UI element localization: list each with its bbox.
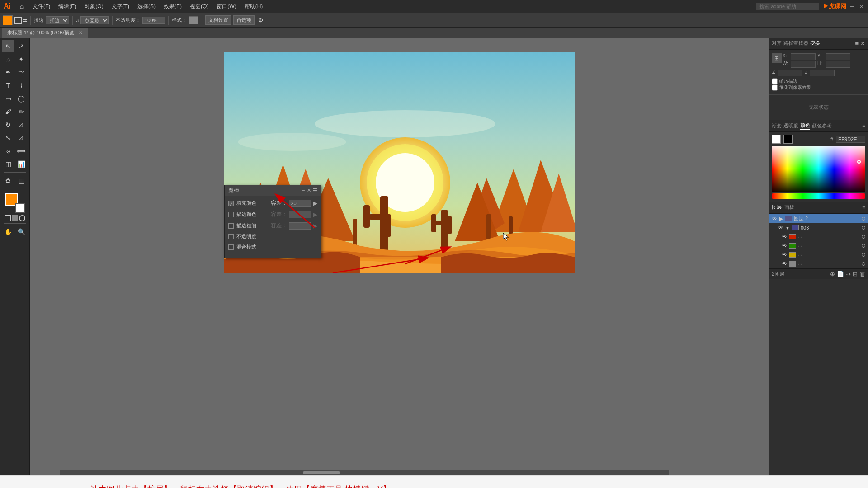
make-clipping-mask-btn[interactable]: ⊕ xyxy=(830,271,835,277)
menu-select[interactable]: 选择(S) xyxy=(134,2,159,11)
canvas-area[interactable]: 魔棒 − ✕ ☰ ✓ 填充颜色 容差： ▶ xyxy=(30,38,769,475)
paintbrush-tool[interactable]: 🖌 xyxy=(2,105,14,118)
menu-window[interactable]: 窗口(W) xyxy=(213,2,240,11)
chart-tool[interactable]: 📊 xyxy=(15,158,28,170)
fill-color-checkbox[interactable]: ✓ xyxy=(228,201,234,206)
hand-tool[interactable]: ✋ xyxy=(2,225,14,238)
width-tool[interactable]: ⟺ xyxy=(15,145,28,157)
layer003-expand-icon[interactable]: ▼ xyxy=(785,225,790,230)
eraser-tool[interactable]: ◫ xyxy=(2,158,14,170)
layer-red-eye-icon[interactable]: 👁 xyxy=(782,234,787,240)
rectangle-tool[interactable]: ▭ xyxy=(2,92,14,105)
more-tools[interactable]: ⋯ xyxy=(9,242,21,255)
layer003-dot[interactable] xyxy=(862,226,865,230)
opacity-checkbox[interactable] xyxy=(228,234,234,239)
align-pixel-check[interactable] xyxy=(772,84,778,91)
search-input[interactable] xyxy=(756,3,819,10)
menu-type[interactable]: 文字(T) xyxy=(108,2,133,11)
layer-row-red[interactable]: 👁 ··· xyxy=(769,232,868,241)
menu-help[interactable]: 帮助(H) xyxy=(241,2,267,11)
scale-tool[interactable]: ⤡ xyxy=(2,131,14,144)
layer2-eye-icon[interactable]: 👁 xyxy=(772,216,777,222)
layer-yellow-dot[interactable] xyxy=(862,253,865,257)
stroke-weight-checkbox[interactable] xyxy=(228,223,234,229)
magic-wand-tool[interactable]: ✦ xyxy=(15,53,28,66)
move-to-artboard-btn[interactable]: ⇢ xyxy=(846,271,851,277)
layer2-lock-icon[interactable] xyxy=(862,217,865,221)
menu-file[interactable]: 文件(F) xyxy=(29,2,54,11)
panel-close-btn[interactable]: ✕ xyxy=(860,40,865,47)
fill-tolerance-input[interactable] xyxy=(289,200,311,207)
blend-mode-select[interactable]: 插边 xyxy=(46,16,69,24)
menu-object[interactable]: 对象(O) xyxy=(81,2,107,11)
doc-settings-button[interactable]: 文档设置 xyxy=(205,15,231,25)
layer-gray-eye-icon[interactable]: 👁 xyxy=(782,261,787,267)
black-swatch[interactable] xyxy=(783,135,793,144)
ellipse-tool[interactable]: ◯ xyxy=(15,92,28,105)
column-graph[interactable]: ▦ xyxy=(15,174,28,187)
pen-tool[interactable]: ✒ xyxy=(2,66,14,79)
stroke-box[interactable] xyxy=(14,17,22,24)
layer-row-yellow[interactable]: 👁 ··· xyxy=(769,250,868,259)
mask-mode[interactable] xyxy=(12,215,18,221)
tab-close-icon[interactable]: ✕ xyxy=(79,30,82,35)
stroke-expand-icon[interactable]: ▶ xyxy=(313,211,317,218)
tab-pathfinder[interactable]: 路径查找器 xyxy=(783,40,808,47)
menu-effect[interactable]: 效果(E) xyxy=(160,2,185,11)
tab-gradient[interactable]: 渐变 xyxy=(772,122,782,129)
stroke-weight-input[interactable] xyxy=(289,222,311,230)
scrollbar-thumb-h[interactable] xyxy=(303,471,340,474)
path-type-tool[interactable]: ⌇ xyxy=(15,79,28,92)
rotate-tool[interactable]: ↻ xyxy=(2,118,14,131)
layer-green-eye-icon[interactable]: 👁 xyxy=(782,243,787,249)
tab-transparency[interactable]: 透明度 xyxy=(783,122,798,129)
color-hex-input[interactable] xyxy=(836,136,865,143)
stroke-color-input[interactable] xyxy=(289,211,311,218)
color-gradient-picker[interactable] xyxy=(772,146,865,192)
panel-menu[interactable]: ☰ xyxy=(313,188,317,193)
layer-green-dot[interactable] xyxy=(862,244,865,248)
shear-input[interactable] xyxy=(810,70,835,76)
stroke-color-checkbox[interactable] xyxy=(228,212,234,217)
symbol-sprayer[interactable]: ✿ xyxy=(2,174,14,187)
layer003-eye-icon[interactable]: 👁 xyxy=(778,225,783,231)
panel-minimize[interactable]: − xyxy=(302,188,305,193)
layer-row-gray[interactable]: 👁 ··· xyxy=(769,259,868,268)
layers-menu-icon[interactable]: ≡ xyxy=(862,205,865,211)
shape-select[interactable]: 点圆形 xyxy=(80,16,109,24)
x-input[interactable] xyxy=(791,53,816,60)
layer-row-green[interactable]: 👁 ··· xyxy=(769,241,868,250)
collect-btn[interactable]: ⊞ xyxy=(853,271,858,277)
layer-red-dot[interactable] xyxy=(862,235,865,239)
layer-yellow-eye-icon[interactable]: 👁 xyxy=(782,252,787,258)
layer-row-003[interactable]: 👁 ▼ 003 xyxy=(769,223,868,232)
layer2-expand-icon[interactable]: ▶ xyxy=(779,216,783,222)
tab-transform[interactable]: 变换 xyxy=(810,40,820,47)
warp-tool[interactable]: ⌀ xyxy=(2,145,14,157)
layer-gray-dot[interactable] xyxy=(862,262,865,266)
layer-row-layer2[interactable]: 👁 ▶ 图层 2 xyxy=(769,214,868,223)
tab-color-reference[interactable]: 颜色参考 xyxy=(812,122,832,129)
normal-mode[interactable] xyxy=(5,215,11,221)
shear-tool[interactable]: ⊿ xyxy=(15,131,28,144)
menu-edit[interactable]: 编辑(E) xyxy=(55,2,80,11)
style-preview[interactable] xyxy=(189,16,198,24)
pencil-tool[interactable]: ✏ xyxy=(15,105,28,118)
zoom-tool[interactable]: 🔍 xyxy=(15,225,28,238)
tab-layers[interactable]: 图层 xyxy=(772,204,782,211)
reflect-tool[interactable]: ⊿ xyxy=(15,118,28,131)
curvature-tool[interactable]: 〜 xyxy=(15,66,28,79)
lasso-tool[interactable]: ⌕ xyxy=(2,53,14,66)
horizontal-scrollbar[interactable] xyxy=(60,470,669,475)
panel-expand[interactable]: ≡ xyxy=(855,40,859,47)
direct-selection-tool[interactable]: ↗ xyxy=(15,40,28,52)
background-color[interactable] xyxy=(15,203,25,213)
fill-expand-icon[interactable]: ▶ xyxy=(313,200,317,206)
hue-slider[interactable] xyxy=(772,193,865,199)
h-input[interactable] xyxy=(826,61,850,68)
full-screen[interactable] xyxy=(19,215,25,221)
menu-view[interactable]: 视图(Q) xyxy=(186,2,212,11)
panel-close[interactable]: ✕ xyxy=(307,188,311,193)
blend-mode-checkbox[interactable] xyxy=(228,244,234,250)
more-options-icon[interactable]: ⚙ xyxy=(258,17,264,23)
